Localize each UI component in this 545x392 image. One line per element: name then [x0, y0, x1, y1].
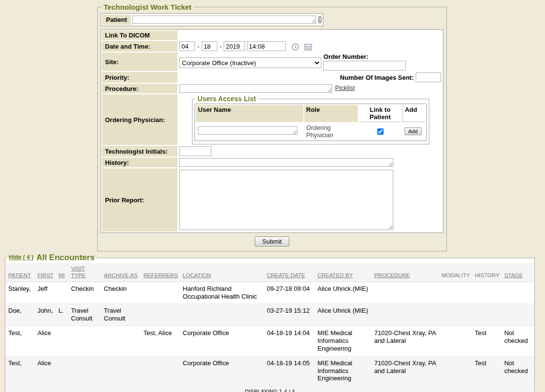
column-header-referrers[interactable]: REFERRERS — [141, 263, 180, 282]
link-to-patient-column-header: Link to Patient — [359, 105, 402, 122]
add-user-button[interactable]: Add — [404, 127, 422, 135]
user-name-input[interactable] — [198, 126, 298, 135]
date-month-input[interactable] — [179, 41, 195, 51]
cell-procedure — [372, 304, 439, 326]
column-header-stage[interactable]: STAGE — [502, 263, 534, 282]
calendar-icon[interactable] — [304, 43, 312, 51]
row-history: History: — [102, 158, 442, 167]
picklist-link[interactable]: Picklist — [335, 84, 354, 91]
cell-create-date: 04-18-19 14:04 — [264, 326, 315, 356]
procedure-input[interactable] — [179, 84, 332, 93]
cell-created-by: MIE Medical Informatics Engineering — [315, 326, 372, 356]
column-header-history: HISTORY — [473, 263, 502, 282]
date-time-label: Date and Time: — [102, 41, 177, 52]
row-link-to-dicom: Link To DICOM — [102, 31, 442, 40]
cell-location — [180, 304, 264, 326]
date-year-input[interactable] — [224, 41, 245, 51]
users-access-list-panel: Users Access List User Name Role Link to… — [192, 95, 429, 144]
images-sent-input[interactable] — [416, 72, 441, 82]
encounters-panel: Hide ( 4 )All Encounters PATIENTFIRSTMIV… — [5, 253, 535, 392]
cell-created-by: Alice Uhrick (MIE) — [315, 282, 372, 304]
prior-report-label: Prior Report: — [102, 168, 177, 232]
procedure-label: Procedure: — [102, 84, 177, 93]
hide-link[interactable]: Hide ( 4 ) — [9, 254, 34, 261]
encounter-row[interactable]: Test,AliceCorporate Office04-18-19 14:05… — [6, 356, 534, 386]
column-header-first[interactable]: FIRST — [35, 263, 56, 282]
images-sent-block: Number Of Images Sent: — [340, 74, 441, 81]
cell-create-date: 09-27-18 09:04 — [264, 282, 315, 304]
work-ticket-panel: Technologist Work Ticket Patient ? Link … — [97, 3, 447, 251]
encounters-footer-row: DISPLAYING 1-4 / 4 — [6, 386, 534, 392]
row-ordering-physician: Ordering Physician: Users Access List Us… — [102, 94, 442, 145]
cell-modality — [439, 326, 473, 356]
cell-history: Test — [473, 326, 502, 356]
row-date-time: Date and Time: - - — [102, 41, 442, 52]
cell-create-date: 04-18-19 14:05 — [264, 356, 315, 386]
link-to-dicom-label: Link To DICOM — [102, 31, 177, 40]
cell-modality — [439, 356, 473, 386]
cell-mi: L. — [56, 304, 69, 326]
site-select[interactable]: Corporate Office (Inactive) — [179, 57, 321, 68]
column-header-modality: MODALITY — [439, 263, 473, 282]
cell-history — [473, 282, 502, 304]
displaying-status: DISPLAYING 1-4 / 4 — [6, 386, 534, 392]
cell-create-date: 03-27-19 15:12 — [264, 304, 315, 326]
cell-modality — [439, 282, 473, 304]
column-header-archive-as[interactable]: ARCHIVE AS — [102, 263, 141, 282]
cell-stage: Not checked — [502, 326, 534, 356]
column-header-location[interactable]: LOCATION — [180, 263, 264, 282]
submit-button[interactable]: Submit — [255, 236, 289, 247]
cell-first: Jeff — [35, 282, 56, 304]
cell-history: Test — [473, 356, 502, 386]
add-column-header: Add — [403, 105, 426, 122]
cell-stage — [502, 282, 534, 304]
column-header-procedure[interactable]: PROCEDURE — [372, 263, 439, 282]
column-header-visit-type[interactable]: VISIT TYPE — [69, 263, 102, 282]
cell-mi — [56, 326, 69, 356]
cell-referrers — [141, 304, 180, 326]
link-to-patient-checkbox[interactable] — [377, 128, 384, 135]
column-header-created-by[interactable]: CREATED BY — [315, 263, 372, 282]
cell-procedure — [372, 282, 439, 304]
date-separator: - — [197, 43, 199, 50]
cell-patient: Test, — [6, 326, 35, 356]
row-site: Site: Corporate Office (Inactive) Order … — [102, 53, 442, 71]
users-access-data-row: Ordering Physician Add — [196, 123, 425, 140]
history-input[interactable] — [179, 158, 393, 167]
date-day-input[interactable] — [202, 41, 217, 51]
encounters-header-row: PATIENTFIRSTMIVISIT TYPEARCHIVE ASREFERR… — [6, 263, 534, 282]
column-header-mi[interactable]: MI — [56, 263, 69, 282]
cell-visit-type — [69, 356, 102, 386]
column-header-patient[interactable]: PATIENT — [6, 263, 35, 282]
cell-first: Alice — [35, 356, 56, 386]
column-header-create-date[interactable]: CREATE DATE — [264, 263, 315, 282]
ordering-physician-label: Ordering Physician: — [102, 94, 177, 145]
cell-location: Hanford Richland Occupational Health Cli… — [180, 282, 264, 304]
cell-visit-type — [69, 326, 102, 356]
clock-icon[interactable] — [292, 43, 299, 51]
row-priority: Priority: Number Of Images Sent: — [102, 72, 442, 83]
encounter-row[interactable]: Test,AliceTest, AliceCorporate Office04-… — [6, 326, 534, 356]
cell-created-by: Alice Uhrick (MIE) — [315, 304, 372, 326]
cell-procedure: 71020-Chest Xray, PA and Lateral — [372, 356, 439, 386]
cell-patient: Test, — [6, 356, 35, 386]
cell-archive-as — [102, 356, 141, 386]
prior-report-input[interactable] — [179, 170, 393, 230]
cell-stage — [502, 304, 534, 326]
order-number-input[interactable] — [323, 61, 406, 71]
cell-procedure: 71020-Chest Xray, PA and Lateral — [372, 326, 439, 356]
history-label: History: — [102, 158, 177, 167]
cell-history — [473, 304, 502, 326]
patient-input[interactable] — [132, 16, 316, 24]
row-prior-report: Prior Report: — [102, 168, 442, 232]
tech-initials-input[interactable] — [179, 146, 211, 156]
encounters-table: PATIENTFIRSTMIVISIT TYPEARCHIVE ASREFERR… — [6, 263, 534, 392]
cell-referrers — [141, 282, 180, 304]
encounters-title: All Encounters — [36, 253, 95, 262]
work-ticket-title: Technologist Work Ticket — [102, 3, 193, 11]
cell-referrers: Test, Alice — [141, 326, 180, 356]
encounter-row[interactable]: Doe,John,L.Travel ConsultTravel Consult0… — [6, 304, 534, 326]
encounter-row[interactable]: Stanley,JeffCheckinCheckinHanford Richla… — [6, 282, 534, 304]
time-input[interactable] — [247, 41, 286, 51]
help-icon[interactable]: ? — [318, 16, 322, 23]
